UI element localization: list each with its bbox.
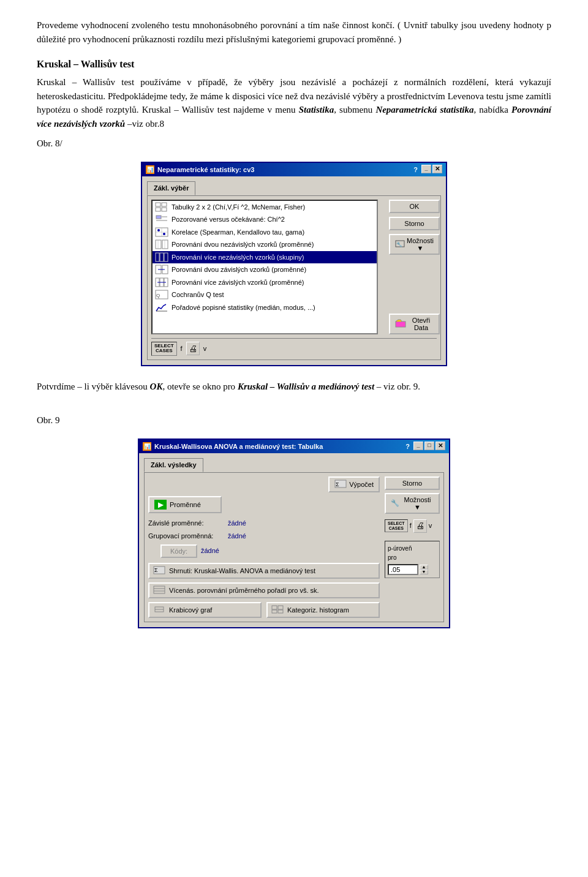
- svg-rect-42: [278, 606, 283, 609]
- para3-kruskal: Kruskal – Wallisův a mediánový test: [238, 382, 374, 391]
- para3-text2: , otevře se okno pro: [162, 382, 237, 391]
- dialog2-moznosti-btn[interactable]: 🔧 Možnosti ▼: [385, 493, 440, 514]
- svg-rect-17: [160, 253, 164, 262]
- list-item-1[interactable]: Tabulky 2 x 2 (Chí,V,Fí ^2, McNemar, Fis…: [153, 201, 377, 214]
- dialog1-ok-btn[interactable]: OK: [389, 200, 440, 213]
- svg-rect-4: [156, 216, 161, 219]
- svg-rect-41: [272, 606, 277, 609]
- promenné-arrow-icon: ▶: [154, 500, 167, 510]
- list-item-8[interactable]: Q Cochranův Q test: [153, 288, 377, 301]
- dialog1-storno-btn[interactable]: Storno: [389, 217, 440, 230]
- dialog2-vypocet-btn[interactable]: Σ Výpočet: [328, 476, 380, 492]
- kody-value: žádné: [201, 546, 219, 556]
- dialog2-promenné-btn[interactable]: ▶ Proměnné: [148, 496, 222, 513]
- list-label-6: Porovnání dvou závislých vzorků (proměnn…: [172, 265, 306, 275]
- dialog2-left: Σ Výpočet ▶ Proměnné Závislé p: [148, 476, 380, 618]
- select-cases-row-2: SELECT CASES f 🖨 v: [385, 519, 440, 533]
- dialog2-minimize-btn[interactable]: _: [413, 442, 423, 450]
- svg-rect-44: [278, 610, 283, 613]
- list-label-5: Porovnání více nezávislých vzorků (skupi…: [172, 252, 304, 263]
- dialog2-close-btn[interactable]: ✕: [435, 442, 445, 450]
- vicenas-btn[interactable]: Vícenás. porovnání průměrného pořadí pro…: [148, 582, 380, 598]
- list-label-7: Porovnání více závislých vzorků (proměnn…: [172, 277, 304, 288]
- svg-rect-13: [162, 240, 168, 249]
- otevri-folder-icon: [395, 319, 406, 329]
- p-down-btn[interactable]: ▼: [420, 570, 428, 574]
- dialog2-maximize-btn[interactable]: □: [424, 442, 434, 450]
- dialog1-moznosti-btn[interactable]: 🔧 Možnosti ▼: [389, 234, 440, 255]
- paragraph-2: Kruskal – Wallisův test používáme v příp…: [37, 75, 551, 130]
- list-item-9[interactable]: Pořadové popisné statistiky (medián, mod…: [153, 301, 377, 314]
- svg-point-10: [157, 229, 160, 231]
- list-icon-3: [155, 227, 168, 237]
- dialog1-otevri-label: Otevři Data: [409, 317, 434, 331]
- list-item-6[interactable]: Porovnání dvou závislých vzorků (proměnn…: [153, 263, 377, 276]
- p-input-row: ▲ ▼: [388, 564, 428, 575]
- shrnutí-btn[interactable]: Σ Shrnuti: Kruskal-Wallis. ANOVA a mediá…: [148, 563, 380, 579]
- dialog1-help-btn[interactable]: ?: [413, 165, 418, 175]
- kw-wide-btns: Σ Shrnuti: Kruskal-Wallis. ANOVA a mediá…: [148, 563, 380, 598]
- p-up-btn[interactable]: ▲: [420, 565, 428, 570]
- svg-rect-12: [156, 240, 161, 249]
- moznosti-icon-2: 🔧: [391, 499, 399, 507]
- cases-text-1: CASES: [156, 348, 173, 354]
- svg-point-11: [163, 233, 165, 235]
- dialog1-listbox[interactable]: Tabulky 2 x 2 (Chí,V,Fí ^2, McNemar, Fis…: [151, 200, 378, 334]
- grupovaci-row: Grupovací proměnná: žádné: [148, 531, 380, 541]
- dialog1-titlebar-left: 📊 Neparametrické statistiky: cv3: [146, 165, 254, 175]
- svg-text:Q: Q: [156, 293, 160, 298]
- list-label-4: Porovnání dvou nezávislých vzorků (promě…: [172, 239, 314, 250]
- list-item-7[interactable]: Porovnání více závislých vzorků (proměnn…: [153, 276, 377, 289]
- list-label-1: Tabulky 2 x 2 (Chí,V,Fí ^2, McNemar, Fis…: [172, 202, 305, 213]
- dialog2-tab-content: Σ Výpočet ▶ Proměnné Závislé p: [144, 472, 444, 622]
- list-item-4[interactable]: Porovnání dvou nezávislých vzorků (promě…: [153, 238, 377, 251]
- moznosti-icon: 🔧: [395, 239, 405, 249]
- krabicovy-label: Krabicový graf: [169, 606, 212, 614]
- dialog2-titlebar-btns: ? _ □ ✕: [405, 442, 445, 452]
- print-icon-2[interactable]: 🖨: [413, 519, 427, 533]
- dialog1-tab-zakladni[interactable]: Zákl. výběr: [147, 181, 195, 195]
- p-urovne-box: p-úroveň pro ▲ ▼: [385, 541, 440, 578]
- kategoriz-icon: [271, 605, 284, 615]
- figure-1: 📊 Neparametrické statistiky: cv3 ? _ ✕ Z…: [37, 162, 551, 367]
- list-icon-7: [155, 277, 168, 287]
- dialog2-title-text: Kruskal-Wallisova ANOVA a mediánový test…: [154, 442, 323, 452]
- dialog1-otevri-btn[interactable]: Otevři Data: [389, 314, 440, 334]
- dialog2-storno-btn[interactable]: Storno: [385, 476, 440, 490]
- kategoriz-btn[interactable]: Kategoriz. histogram: [266, 602, 380, 618]
- dialog2-icon: 📊: [143, 442, 151, 451]
- dialog2-body: Zákl. výsledky Σ Výpočet: [139, 453, 449, 627]
- vicenas-icon: [153, 585, 165, 595]
- list-item-2[interactable]: Pozorované versus očekávané: Chí^2: [153, 213, 377, 226]
- list-item-3[interactable]: Korelace (Spearman, Kendallovo tau, gama…: [153, 226, 377, 239]
- v-label-2: v: [429, 521, 432, 531]
- svg-text:Σ: Σ: [336, 481, 339, 487]
- printer-icon: 🖨: [189, 342, 197, 355]
- dialog1-close-btn[interactable]: ✕: [432, 165, 442, 173]
- dialog2-help-btn[interactable]: ?: [405, 442, 410, 452]
- p-value-input[interactable]: [388, 564, 418, 575]
- p-spinner[interactable]: ▲ ▼: [420, 565, 428, 574]
- grupovaci-label: Grupovací proměnná:: [148, 531, 228, 541]
- list-label-8: Cochranův Q test: [172, 290, 224, 300]
- dialog2-vypocet-label: Výpočet: [349, 481, 374, 488]
- dialog1-minimize-btn[interactable]: _: [421, 165, 431, 173]
- krabicovy-btn[interactable]: Krabicový graf: [148, 602, 262, 618]
- para2-text3: , nabídka: [474, 105, 511, 115]
- svg-text:Σ: Σ: [154, 567, 158, 573]
- list-icon-1: [155, 202, 168, 212]
- para3-ok: OK: [150, 382, 163, 391]
- dialog-neparametricke: 📊 Neparametrické statistiky: cv3 ? _ ✕ Z…: [141, 162, 447, 367]
- list-label-3: Korelace (Spearman, Kendallovo tau, gama…: [172, 227, 304, 238]
- print-icon-1[interactable]: 🖨: [186, 342, 200, 355]
- para2-text4: –viz obr.8: [125, 119, 164, 129]
- list-item-5[interactable]: Porovnání více nezávislých vzorků (skupi…: [153, 251, 377, 264]
- para2-stat: Statistika: [299, 105, 334, 115]
- dialog1-body: Zákl. výběr Tabulky 2 x 2 (Chí,V,Fí ^2, …: [142, 176, 446, 365]
- kategoriz-label: Kategoriz. histogram: [287, 606, 349, 614]
- f-label-2: f: [410, 521, 412, 531]
- dialog2-tab-zakladni[interactable]: Zákl. výsledky: [144, 458, 203, 472]
- grupovaci-value: žádné: [228, 531, 246, 541]
- kody-btn[interactable]: Kódy:: [160, 544, 197, 558]
- dialog2-layout: Σ Výpočet ▶ Proměnné Závislé p: [148, 476, 440, 618]
